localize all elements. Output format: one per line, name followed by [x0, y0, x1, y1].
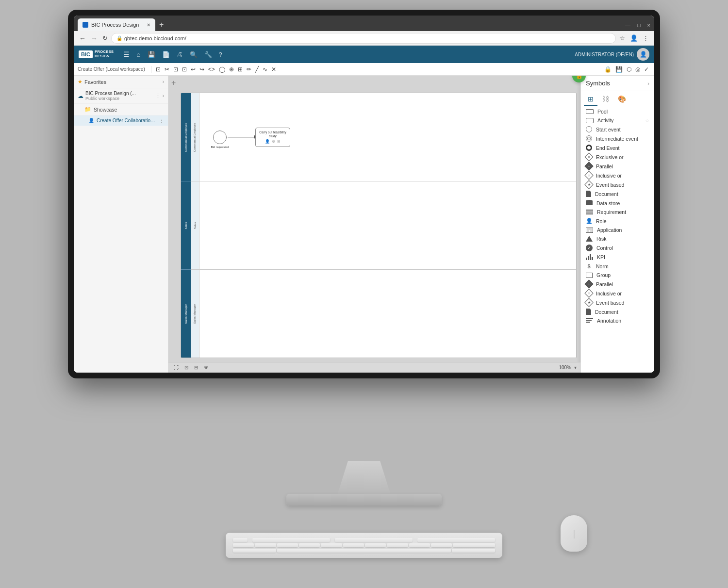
zoom-dropdown-icon[interactable]: ▾ — [574, 365, 577, 370]
toolbar-pen-icon[interactable]: ✏ — [245, 65, 253, 73]
symbol-event-based[interactable]: ★ Event based — [581, 180, 654, 189]
back-button[interactable]: ← — [78, 33, 87, 43]
sidebar-showcase[interactable]: 📁 Showcase — [74, 104, 168, 115]
hamburger-icon[interactable]: ☰ — [121, 49, 132, 60]
symbol-activity[interactable]: Activity ☆ — [581, 116, 654, 125]
symbol-inclusive-or-2[interactable]: ○ Inclusive or — [581, 289, 654, 298]
toolbar-plus-icon[interactable]: ⊕ — [228, 65, 235, 73]
toolbar-circle-icon[interactable]: ◯ — [217, 65, 227, 73]
symbol-pool[interactable]: Pool — [581, 107, 654, 116]
toolbar-redo-icon[interactable]: ↪ — [198, 65, 206, 73]
fit-screen-icon[interactable]: ⊡ — [183, 364, 190, 371]
requirement-icon — [586, 210, 593, 214]
symbol-norm[interactable]: $ Norm — [581, 261, 654, 271]
split-view-icon[interactable]: ⊟ — [193, 364, 199, 371]
control-label: Control — [596, 245, 613, 251]
workspace-actions-icon[interactable]: ⋮ — [155, 93, 161, 99]
bookmark-icon[interactable]: ☆ — [618, 33, 627, 43]
sidebar-diagram-item[interactable]: 👤 Create Offer Collaboration diagram (BP… — [74, 115, 168, 126]
data-store-icon — [586, 200, 593, 206]
symbol-kpi[interactable]: KPI — [581, 253, 654, 261]
symbols-title: Symbols — [586, 80, 645, 87]
tab-close-icon[interactable]: ✕ — [147, 22, 150, 28]
fullscreen-icon[interactable]: ⛶ — [172, 364, 180, 371]
kpi-icon — [586, 254, 593, 260]
save-icon[interactable]: 💾 — [146, 49, 157, 60]
toolbar-timer-icon[interactable]: ◎ — [634, 65, 642, 73]
toolbar-curve-icon[interactable]: ∿ — [261, 65, 269, 73]
symbols-nav-icon[interactable]: › — [647, 81, 649, 86]
avatar[interactable]: 👤 — [637, 48, 649, 61]
symbol-control[interactable]: ✓ Control — [581, 243, 654, 253]
browser-tab[interactable]: BIC Process Design ✕ — [78, 18, 155, 31]
workspace-label: BIC Process Design (... — [85, 91, 153, 96]
symbol-exclusive-or[interactable]: × Exclusive or — [581, 152, 654, 162]
window-controls[interactable]: — □ × — [625, 22, 650, 31]
workspace-sub: Public workspace — [85, 96, 153, 101]
symbols-tab-link[interactable]: ⛓ — [598, 93, 613, 106]
toolbar-undo-icon[interactable]: ↩ — [189, 65, 197, 73]
toolbar-save2-icon[interactable]: 💾 — [614, 65, 624, 73]
home-icon[interactable]: ⌂ — [134, 49, 142, 60]
toolbar-check-icon[interactable]: ✓ — [643, 65, 650, 73]
toolbar-code-icon[interactable]: <> — [207, 65, 216, 73]
symbol-risk[interactable]: Risk — [581, 234, 654, 243]
toolbar-line-icon[interactable]: ╱ — [254, 65, 260, 73]
document-icon[interactable]: 📄 — [160, 49, 172, 60]
toolbar-copy-icon[interactable]: ⊡ — [172, 65, 180, 73]
symbol-requirement[interactable]: Requirement — [581, 208, 654, 216]
close-window-button[interactable]: × — [647, 22, 650, 28]
symbol-document[interactable]: Document — [581, 189, 654, 198]
toolbar-export-icon[interactable]: ⬡ — [625, 65, 633, 73]
toolbar-cut-icon[interactable]: ✂ — [163, 65, 171, 73]
maximize-button[interactable]: □ — [637, 22, 641, 28]
zoom-level: 100% — [559, 365, 571, 370]
add-element-button[interactable]: + — [171, 79, 176, 87]
symbol-parallel-2[interactable]: + Parallel — [581, 279, 654, 289]
symbol-end-event[interactable]: End Event — [581, 143, 654, 152]
account-icon[interactable]: 👤 — [629, 33, 639, 43]
lock-icon: 🔒 — [116, 35, 122, 41]
symbol-group[interactable]: Group — [581, 271, 654, 279]
canvas-area[interactable]: + Commercial Employee Sa — [168, 76, 654, 373]
symbol-annotation[interactable]: Annotation — [581, 316, 654, 325]
symbols-tab-grid[interactable]: ⊞ — [584, 93, 597, 106]
toolbar-paste-icon[interactable]: ⊡ — [181, 65, 188, 73]
workspace-collapse-icon[interactable]: › — [163, 93, 164, 98]
symbol-inclusive-or[interactable]: ○ Inclusive or — [581, 171, 654, 180]
symbols-panel: 🔒 Symbols › ⊞ ⛓ 🎨 — [580, 76, 654, 373]
sidebar-favorites[interactable]: ★ Favorites › — [74, 76, 168, 88]
sidebar-workspace[interactable]: ☁ BIC Process Design (... Public workspa… — [74, 88, 168, 104]
symbol-parallel[interactable]: + Parallel — [581, 162, 654, 171]
eye-icon[interactable]: 👁 — [202, 364, 210, 371]
symbol-start-event[interactable]: Start event — [581, 125, 654, 134]
symbol-intermediate-event[interactable]: Intermediate event — [581, 134, 654, 143]
toolbar-grid-icon[interactable]: ⊞ — [236, 65, 244, 73]
reload-button[interactable]: ↻ — [101, 33, 109, 43]
forward-button[interactable]: → — [89, 33, 99, 43]
url-box[interactable]: 🔒 gbtec.demo.biccloud.com/ — [111, 33, 616, 44]
search-icon[interactable]: 🔍 — [188, 49, 199, 60]
symbols-tab-palette[interactable]: 🎨 — [614, 93, 630, 106]
new-tab-button[interactable]: + — [156, 18, 166, 31]
print-icon[interactable]: 🖨 — [175, 49, 185, 60]
symbol-document-2[interactable]: Document — [581, 307, 654, 316]
activity-star-icon[interactable]: ☆ — [645, 118, 649, 123]
start-event[interactable] — [213, 131, 227, 144]
help-icon[interactable]: ? — [217, 49, 224, 60]
task-feasibility[interactable]: Carry out feasibility study 👤 ⚙ ⊞ — [255, 128, 290, 147]
role-label: Role — [596, 218, 607, 224]
symbol-application[interactable]: Application — [581, 226, 654, 234]
more-options-icon[interactable]: ⋮ — [641, 33, 650, 43]
tools-icon[interactable]: 🔧 — [202, 49, 214, 60]
mouse — [561, 515, 587, 552]
symbol-data-store[interactable]: Data store — [581, 198, 654, 208]
pool-header: Commercial Employee Sales Sales Manager — [181, 93, 191, 358]
minimize-button[interactable]: — — [625, 22, 630, 28]
symbol-role[interactable]: 👤 Role — [581, 216, 654, 226]
diagram-actions-icon[interactable]: ⋮ — [159, 118, 164, 123]
symbol-event-based-2[interactable]: ★ Event based — [581, 298, 654, 307]
toolbar-lock-icon[interactable]: 🔒 — [603, 65, 613, 73]
toolbar-delete-icon[interactable]: ✕ — [270, 65, 278, 73]
toolbar-select-icon[interactable]: ⊡ — [154, 65, 162, 73]
